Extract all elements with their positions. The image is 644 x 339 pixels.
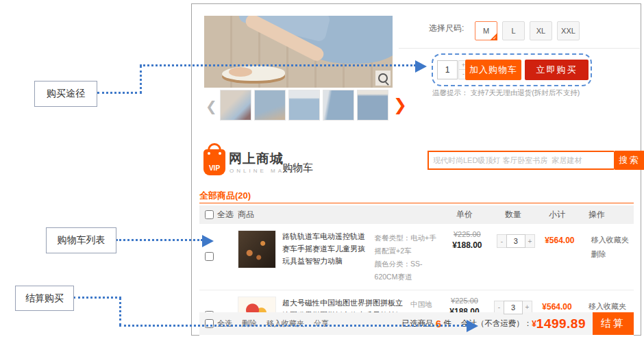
page-title: 购物车 — [282, 162, 313, 175]
footer-move-fav-link[interactable]: 移入收藏夹 — [267, 318, 304, 329]
col-action: 操作 — [579, 209, 634, 221]
all-items-title: 全部商品(20) — [199, 190, 251, 202]
footer-select-all-checkbox[interactable] — [205, 319, 214, 328]
col-subtotal: 小计 — [535, 209, 579, 221]
old-price: ¥225.00 — [441, 230, 494, 238]
annotation-cart-list: 购物车列表 — [46, 227, 116, 253]
col-product: 商品 — [238, 209, 438, 221]
gallery-thumbnail[interactable] — [288, 90, 320, 121]
row-quantity-stepper: - 3 + — [494, 234, 538, 248]
qty-value[interactable]: 3 — [504, 301, 523, 314]
annotation-connector — [140, 66, 142, 93]
product-thumbnail[interactable] — [238, 230, 276, 268]
size-label: 选择尺码: — [429, 23, 464, 34]
gallery-thumbnail[interactable] — [220, 90, 251, 121]
annotation-arrow-icon — [202, 235, 214, 247]
selected-count: 6 — [436, 318, 441, 329]
product-specs: 套餐类型：电动+手摇配置+2车 颜色分类：SS-620CM赛道 — [375, 230, 441, 284]
footer-delete-link[interactable]: 删除 — [242, 318, 257, 329]
shop-name: 网上商城 — [229, 150, 284, 168]
size-option-l[interactable]: L — [502, 21, 525, 40]
col-price: 单价 — [438, 209, 491, 221]
cart-footer-bar: 全选 删除 移入收藏夹 分享 已选商品 6 件 合计（不含运费）： ¥ 1499… — [199, 312, 634, 335]
qty-value[interactable]: 3 — [506, 234, 525, 248]
divider — [399, 48, 640, 49]
gallery-prev-icon[interactable]: ❮ — [206, 99, 217, 113]
buy-now-button[interactable]: 立即购买 — [525, 60, 589, 80]
qty-decrease-button[interactable]: - — [497, 234, 507, 248]
unit-price: ¥188.00 — [441, 240, 494, 250]
photo-foot-shape — [229, 67, 252, 77]
footer-select-all-label[interactable]: 全选 — [217, 318, 232, 329]
divider — [199, 203, 634, 203]
row-checkbox[interactable] — [205, 252, 214, 261]
size-option-xl[interactable]: XL — [530, 21, 552, 40]
cart-table-header: 全选 商品 单价 数量 小计 操作 — [199, 205, 634, 224]
annotation-connector — [116, 239, 203, 241]
total-amount: 1499.89 — [536, 316, 586, 331]
return-policy-tip: 温馨提示： 支持7天无理由退货(拆封后不支持) — [432, 88, 580, 98]
row-subtotal: ¥564.00 — [538, 236, 582, 245]
gallery-thumbnail[interactable] — [323, 90, 354, 121]
gallery-thumbnail[interactable] — [357, 90, 388, 121]
checkout-button[interactable]: 结算 — [593, 312, 634, 335]
selected-items-suffix: 件 — [443, 318, 451, 329]
annotation-checkout: 结算购买 — [15, 286, 74, 311]
annotation-connector — [119, 297, 121, 326]
currency-symbol: ¥ — [532, 319, 536, 329]
add-to-cart-button[interactable]: 加入购物车 — [465, 60, 521, 80]
selected-items-prefix: 已选商品 — [402, 318, 434, 329]
product-main-photo[interactable] — [204, 16, 393, 88]
col-qty: 数量 — [491, 209, 535, 221]
select-all-label: 全选 — [217, 209, 234, 221]
size-option-xxl[interactable]: XXL — [557, 21, 580, 40]
annotation-connector — [97, 92, 142, 94]
delete-link[interactable]: 删除 — [591, 247, 636, 262]
annotation-arrow-icon — [415, 60, 427, 73]
quantity-input[interactable]: 1 — [437, 60, 458, 79]
zoom-icon[interactable] — [375, 71, 391, 86]
main-panel: ❮ ❯ 选择尺码: M ✓ L XL XXL 1 + - 加入购物车 立即购买 … — [191, 3, 641, 336]
search-input[interactable] — [428, 151, 614, 170]
annotation-arrow-icon — [467, 320, 478, 332]
search-button[interactable]: 搜索 — [614, 151, 644, 170]
size-option-m[interactable]: M ✓ — [475, 21, 497, 40]
annotation-connector — [73, 297, 121, 299]
footer-share-link[interactable]: 分享 — [314, 318, 329, 329]
select-all-checkbox[interactable] — [205, 210, 214, 219]
row-subtotal: ¥564.00 — [535, 302, 579, 312]
screenshot-canvas: ❮ ❯ 选择尺码: M ✓ L XL XXL 1 + - 加入购物车 立即购买 … — [0, 0, 644, 339]
old-price: ¥225.00 — [438, 297, 491, 305]
size-options: M ✓ L XL XXL — [475, 21, 580, 40]
gallery-next-icon[interactable]: ❯ — [393, 97, 407, 113]
annotation-connector — [119, 325, 467, 327]
qty-increase-button[interactable]: + — [525, 234, 535, 248]
move-to-favorites-link[interactable]: 移入收藏夹 — [591, 233, 636, 247]
gallery-thumbnail[interactable] — [254, 90, 286, 121]
shop-logo-icon[interactable]: VIP — [203, 149, 225, 175]
annotation-purchase-path: 购买途径 — [34, 81, 97, 107]
check-icon: ✓ — [493, 36, 497, 41]
annotation-connector — [140, 64, 416, 66]
search-bar: 搜索 — [428, 151, 644, 170]
move-to-favorites-link[interactable]: 移入收藏夹 — [589, 299, 634, 314]
product-title[interactable]: 路轨轨道车电动遥控轨道赛车手摇赛道车儿童男孩玩具益智智力动脑 — [282, 230, 369, 284]
cart-row: 路轨轨道车电动遥控轨道赛车手摇赛道车儿童男孩玩具益智智力动脑 套餐类型：电动+手… — [199, 224, 634, 290]
